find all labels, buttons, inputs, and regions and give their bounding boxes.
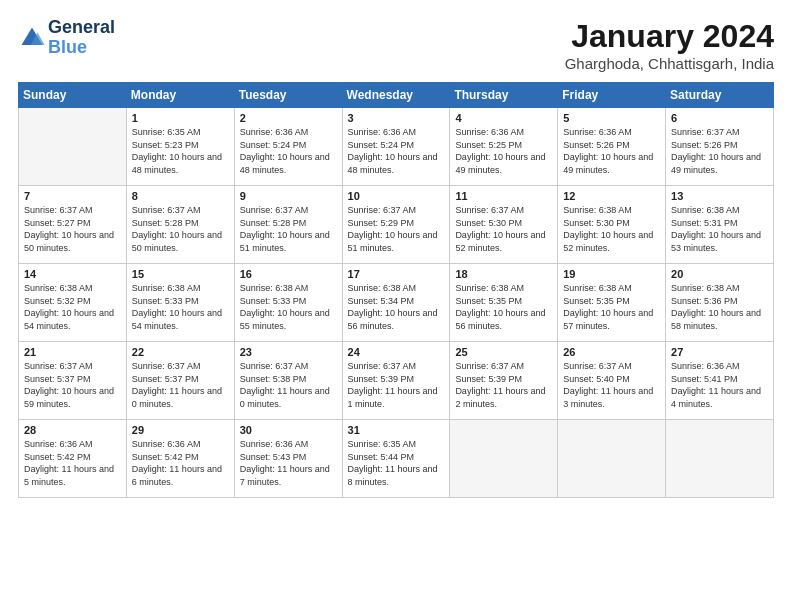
header-row: Sunday Monday Tuesday Wednesday Thursday… <box>19 83 774 108</box>
col-saturday: Saturday <box>666 83 774 108</box>
day-info: Sunrise: 6:38 AMSunset: 5:32 PMDaylight:… <box>24 282 121 332</box>
calendar-cell: 6 Sunrise: 6:37 AMSunset: 5:26 PMDayligh… <box>666 108 774 186</box>
logo-text: General Blue <box>48 18 115 58</box>
day-number: 6 <box>671 112 768 124</box>
day-info: Sunrise: 6:37 AMSunset: 5:39 PMDaylight:… <box>348 360 445 410</box>
calendar-cell: 13 Sunrise: 6:38 AMSunset: 5:31 PMDaylig… <box>666 186 774 264</box>
day-number: 31 <box>348 424 445 436</box>
calendar-cell: 12 Sunrise: 6:38 AMSunset: 5:30 PMDaylig… <box>558 186 666 264</box>
day-number: 14 <box>24 268 121 280</box>
calendar-cell: 5 Sunrise: 6:36 AMSunset: 5:26 PMDayligh… <box>558 108 666 186</box>
calendar-week-2: 7 Sunrise: 6:37 AMSunset: 5:27 PMDayligh… <box>19 186 774 264</box>
day-info: Sunrise: 6:35 AMSunset: 5:44 PMDaylight:… <box>348 438 445 488</box>
calendar-cell: 15 Sunrise: 6:38 AMSunset: 5:33 PMDaylig… <box>126 264 234 342</box>
day-info: Sunrise: 6:37 AMSunset: 5:38 PMDaylight:… <box>240 360 337 410</box>
calendar-cell <box>666 420 774 498</box>
header: General Blue January 2024 Gharghoda, Chh… <box>18 18 774 72</box>
day-info: Sunrise: 6:36 AMSunset: 5:24 PMDaylight:… <box>348 126 445 176</box>
day-info: Sunrise: 6:38 AMSunset: 5:36 PMDaylight:… <box>671 282 768 332</box>
day-number: 12 <box>563 190 660 202</box>
calendar-cell: 4 Sunrise: 6:36 AMSunset: 5:25 PMDayligh… <box>450 108 558 186</box>
day-info: Sunrise: 6:36 AMSunset: 5:42 PMDaylight:… <box>132 438 229 488</box>
calendar-cell: 18 Sunrise: 6:38 AMSunset: 5:35 PMDaylig… <box>450 264 558 342</box>
calendar-cell: 14 Sunrise: 6:38 AMSunset: 5:32 PMDaylig… <box>19 264 127 342</box>
day-number: 2 <box>240 112 337 124</box>
day-number: 26 <box>563 346 660 358</box>
calendar-cell: 30 Sunrise: 6:36 AMSunset: 5:43 PMDaylig… <box>234 420 342 498</box>
day-number: 8 <box>132 190 229 202</box>
calendar-cell: 19 Sunrise: 6:38 AMSunset: 5:35 PMDaylig… <box>558 264 666 342</box>
subtitle: Gharghoda, Chhattisgarh, India <box>565 55 774 72</box>
day-number: 28 <box>24 424 121 436</box>
day-info: Sunrise: 6:36 AMSunset: 5:41 PMDaylight:… <box>671 360 768 410</box>
calendar-cell: 28 Sunrise: 6:36 AMSunset: 5:42 PMDaylig… <box>19 420 127 498</box>
calendar-table: Sunday Monday Tuesday Wednesday Thursday… <box>18 82 774 498</box>
title-block: January 2024 Gharghoda, Chhattisgarh, In… <box>565 18 774 72</box>
day-number: 29 <box>132 424 229 436</box>
calendar-cell: 16 Sunrise: 6:38 AMSunset: 5:33 PMDaylig… <box>234 264 342 342</box>
calendar-cell <box>19 108 127 186</box>
day-info: Sunrise: 6:37 AMSunset: 5:37 PMDaylight:… <box>24 360 121 410</box>
day-number: 7 <box>24 190 121 202</box>
day-info: Sunrise: 6:37 AMSunset: 5:30 PMDaylight:… <box>455 204 552 254</box>
calendar-cell <box>450 420 558 498</box>
calendar-week-3: 14 Sunrise: 6:38 AMSunset: 5:32 PMDaylig… <box>19 264 774 342</box>
calendar-week-1: 1 Sunrise: 6:35 AMSunset: 5:23 PMDayligh… <box>19 108 774 186</box>
day-info: Sunrise: 6:37 AMSunset: 5:28 PMDaylight:… <box>132 204 229 254</box>
day-number: 27 <box>671 346 768 358</box>
col-wednesday: Wednesday <box>342 83 450 108</box>
day-info: Sunrise: 6:38 AMSunset: 5:31 PMDaylight:… <box>671 204 768 254</box>
day-number: 11 <box>455 190 552 202</box>
day-number: 18 <box>455 268 552 280</box>
calendar-cell: 9 Sunrise: 6:37 AMSunset: 5:28 PMDayligh… <box>234 186 342 264</box>
calendar-cell: 25 Sunrise: 6:37 AMSunset: 5:39 PMDaylig… <box>450 342 558 420</box>
day-number: 3 <box>348 112 445 124</box>
calendar-cell: 17 Sunrise: 6:38 AMSunset: 5:34 PMDaylig… <box>342 264 450 342</box>
calendar-cell: 20 Sunrise: 6:38 AMSunset: 5:36 PMDaylig… <box>666 264 774 342</box>
month-title: January 2024 <box>565 18 774 55</box>
logo-line1: General <box>48 18 115 38</box>
day-info: Sunrise: 6:35 AMSunset: 5:23 PMDaylight:… <box>132 126 229 176</box>
day-info: Sunrise: 6:36 AMSunset: 5:25 PMDaylight:… <box>455 126 552 176</box>
logo: General Blue <box>18 18 115 58</box>
day-number: 1 <box>132 112 229 124</box>
day-info: Sunrise: 6:37 AMSunset: 5:26 PMDaylight:… <box>671 126 768 176</box>
logo-line2: Blue <box>48 37 87 57</box>
day-number: 17 <box>348 268 445 280</box>
col-monday: Monday <box>126 83 234 108</box>
day-number: 24 <box>348 346 445 358</box>
day-info: Sunrise: 6:38 AMSunset: 5:33 PMDaylight:… <box>132 282 229 332</box>
col-sunday: Sunday <box>19 83 127 108</box>
day-info: Sunrise: 6:37 AMSunset: 5:28 PMDaylight:… <box>240 204 337 254</box>
calendar-cell: 2 Sunrise: 6:36 AMSunset: 5:24 PMDayligh… <box>234 108 342 186</box>
day-info: Sunrise: 6:36 AMSunset: 5:43 PMDaylight:… <box>240 438 337 488</box>
day-info: Sunrise: 6:36 AMSunset: 5:42 PMDaylight:… <box>24 438 121 488</box>
calendar-cell: 27 Sunrise: 6:36 AMSunset: 5:41 PMDaylig… <box>666 342 774 420</box>
day-number: 20 <box>671 268 768 280</box>
calendar-cell <box>558 420 666 498</box>
day-number: 19 <box>563 268 660 280</box>
calendar-cell: 10 Sunrise: 6:37 AMSunset: 5:29 PMDaylig… <box>342 186 450 264</box>
day-info: Sunrise: 6:38 AMSunset: 5:35 PMDaylight:… <box>455 282 552 332</box>
day-info: Sunrise: 6:36 AMSunset: 5:24 PMDaylight:… <box>240 126 337 176</box>
calendar-cell: 31 Sunrise: 6:35 AMSunset: 5:44 PMDaylig… <box>342 420 450 498</box>
day-number: 9 <box>240 190 337 202</box>
day-info: Sunrise: 6:38 AMSunset: 5:33 PMDaylight:… <box>240 282 337 332</box>
calendar-cell: 26 Sunrise: 6:37 AMSunset: 5:40 PMDaylig… <box>558 342 666 420</box>
day-info: Sunrise: 6:37 AMSunset: 5:40 PMDaylight:… <box>563 360 660 410</box>
col-tuesday: Tuesday <box>234 83 342 108</box>
calendar-cell: 24 Sunrise: 6:37 AMSunset: 5:39 PMDaylig… <box>342 342 450 420</box>
page: General Blue January 2024 Gharghoda, Chh… <box>0 0 792 508</box>
day-number: 15 <box>132 268 229 280</box>
day-number: 30 <box>240 424 337 436</box>
day-info: Sunrise: 6:37 AMSunset: 5:27 PMDaylight:… <box>24 204 121 254</box>
calendar-cell: 21 Sunrise: 6:37 AMSunset: 5:37 PMDaylig… <box>19 342 127 420</box>
logo-icon <box>18 24 46 52</box>
day-info: Sunrise: 6:37 AMSunset: 5:39 PMDaylight:… <box>455 360 552 410</box>
calendar-cell: 11 Sunrise: 6:37 AMSunset: 5:30 PMDaylig… <box>450 186 558 264</box>
col-thursday: Thursday <box>450 83 558 108</box>
day-number: 5 <box>563 112 660 124</box>
day-number: 25 <box>455 346 552 358</box>
day-number: 16 <box>240 268 337 280</box>
calendar-week-5: 28 Sunrise: 6:36 AMSunset: 5:42 PMDaylig… <box>19 420 774 498</box>
